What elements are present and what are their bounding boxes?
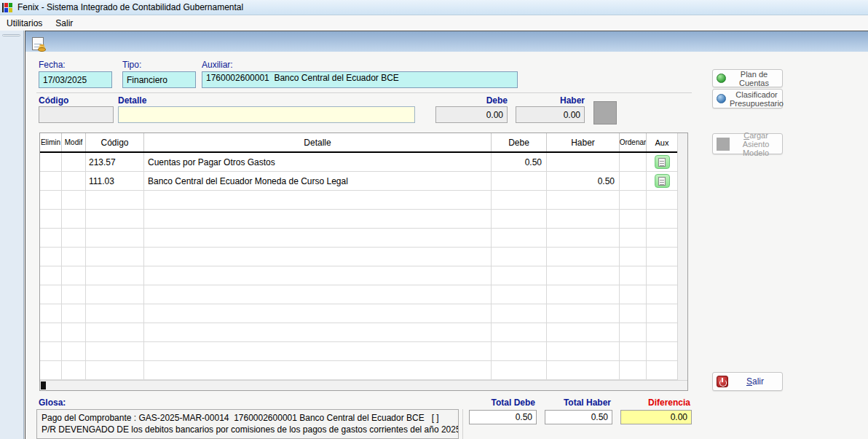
- cell-elimin: [40, 210, 62, 228]
- haber-input[interactable]: [516, 106, 585, 123]
- total-haber-input[interactable]: [545, 410, 612, 424]
- left-splitter-panel[interactable]: [0, 31, 24, 439]
- header-codigo[interactable]: Código: [86, 133, 144, 151]
- cell-debe: [492, 266, 547, 285]
- menu-salir[interactable]: Salir: [49, 16, 79, 31]
- cell-elimin: [40, 229, 62, 247]
- footer-divider: [462, 409, 463, 439]
- salir-button[interactable]: Salir: [712, 372, 783, 391]
- cell-codigo: [86, 266, 144, 285]
- table-row[interactable]: [40, 191, 677, 210]
- debe-label: Debe: [435, 95, 508, 106]
- fecha-input[interactable]: [39, 71, 112, 88]
- cell-modif: [62, 361, 86, 379]
- app-logo-icon: [2, 3, 13, 12]
- plan-de-cuentas-button[interactable]: Plan de Cuentas: [712, 69, 783, 87]
- header-aux[interactable]: Aux: [647, 133, 677, 151]
- cell-haber: [547, 248, 620, 266]
- diferencia-label: Diferencia: [620, 398, 692, 408]
- detalle-input[interactable]: [118, 106, 415, 123]
- child-window-border: [25, 31, 25, 439]
- application-window: { "window": { "title": "Fenix - Sistema …: [0, 0, 868, 439]
- menu-utilitarios[interactable]: Utilitarios: [0, 16, 49, 31]
- cell-aux: [647, 153, 677, 171]
- diferencia-input[interactable]: [620, 410, 692, 424]
- cell-modif: [62, 248, 86, 266]
- window-title: Fenix - Sistema Integrado de Contabilida…: [17, 2, 243, 12]
- table-row[interactable]: [40, 248, 677, 266]
- header-debe[interactable]: Debe: [492, 133, 547, 151]
- table-row[interactable]: [40, 285, 677, 304]
- cargar-asiento-modelo-label: Cargar AsientoModelo: [733, 131, 778, 157]
- cell-debe: [492, 229, 547, 247]
- codigo-label: Código: [39, 95, 68, 106]
- cell-detalle: [144, 304, 492, 323]
- table-row[interactable]: [40, 229, 677, 248]
- horizontal-scrollbar[interactable]: [40, 380, 687, 390]
- table-row[interactable]: [40, 304, 677, 323]
- cell-debe: [492, 191, 547, 209]
- cell-debe: 0.50: [492, 153, 547, 171]
- cell-detalle: [144, 210, 492, 228]
- cell-aux: [647, 191, 677, 209]
- tipo-input[interactable]: [122, 71, 196, 88]
- table-row[interactable]: [40, 210, 677, 229]
- cell-elimin: [40, 172, 62, 190]
- green-sphere-icon: [717, 74, 726, 83]
- table-row[interactable]: [40, 342, 677, 361]
- cargar-asiento-modelo-button[interactable]: Cargar AsientoModelo: [712, 133, 783, 154]
- glosa-textarea[interactable]: Pago del Comprobante : GAS-2025-MAR-0001…: [36, 409, 459, 439]
- tipo-label: Tipo:: [122, 60, 141, 70]
- vertical-scrollbar[interactable]: [677, 133, 687, 380]
- header-detalle[interactable]: Detalle: [144, 133, 492, 151]
- cell-debe: [492, 361, 547, 379]
- plan-de-cuentas-label: Plan de Cuentas: [730, 70, 778, 87]
- auxiliar-label: Auxiliar:: [202, 60, 233, 70]
- table-row[interactable]: 213.57Cuentas por Pagar Otros Gastos0.50: [40, 153, 677, 172]
- aux-notepad-button[interactable]: [655, 174, 670, 188]
- header-ordenar[interactable]: Ordenar: [620, 133, 647, 151]
- header-elimin[interactable]: Elimin: [40, 133, 62, 151]
- glosa-line-2: P/R DEVENGADO DE los debitos bancarios p…: [42, 424, 454, 435]
- header-modif[interactable]: Modif: [62, 133, 86, 151]
- cell-haber: [547, 229, 620, 247]
- auxiliar-input[interactable]: 1760002600001 Banco Central del Ecuador …: [202, 71, 518, 88]
- cell-debe: [492, 172, 547, 190]
- cell-detalle: [144, 323, 492, 341]
- codigo-input[interactable]: [39, 106, 114, 123]
- cell-haber: [547, 266, 620, 285]
- cell-detalle: [144, 229, 492, 247]
- table-row[interactable]: [40, 361, 677, 380]
- cell-aux: [647, 361, 677, 379]
- header-haber[interactable]: Haber: [547, 133, 620, 151]
- cell-modif: [62, 210, 86, 228]
- cell-haber: [547, 285, 620, 304]
- cell-aux: [647, 304, 677, 323]
- debe-input[interactable]: [435, 106, 508, 123]
- clasificador-presupuestario-button[interactable]: ClasificadorPresupuestario: [712, 89, 783, 108]
- cell-ordenar: [620, 342, 647, 360]
- cell-codigo: [86, 229, 144, 247]
- clasificador-label: ClasificadorPresupuestario: [730, 90, 784, 108]
- aux-notepad-button[interactable]: [655, 155, 670, 169]
- cell-detalle: [144, 191, 492, 209]
- entries-table-body: 213.57Cuentas por Pagar Otros Gastos0.50…: [40, 153, 677, 380]
- horizontal-scrollbar-thumb[interactable]: [41, 381, 46, 389]
- table-row[interactable]: [40, 323, 677, 342]
- table-row[interactable]: 111.03Banco Central del Ecuador Moneda d…: [40, 172, 677, 191]
- cell-elimin: [40, 285, 62, 304]
- total-debe-input[interactable]: [469, 410, 537, 424]
- cell-ordenar: [620, 304, 647, 323]
- cell-ordenar: [620, 191, 647, 209]
- splitter-grip-handle[interactable]: [2, 34, 20, 36]
- cell-ordenar: [620, 323, 647, 341]
- cell-codigo: [86, 323, 144, 341]
- detalle-label: Detalle: [118, 95, 146, 106]
- table-row[interactable]: [40, 266, 677, 285]
- document-coins-icon: [32, 37, 44, 50]
- total-debe-label: Total Debe: [469, 398, 537, 408]
- cell-ordenar: [620, 153, 647, 171]
- entry-action-button[interactable]: [593, 101, 617, 124]
- cell-modif: [62, 323, 86, 341]
- cell-debe: [492, 210, 547, 228]
